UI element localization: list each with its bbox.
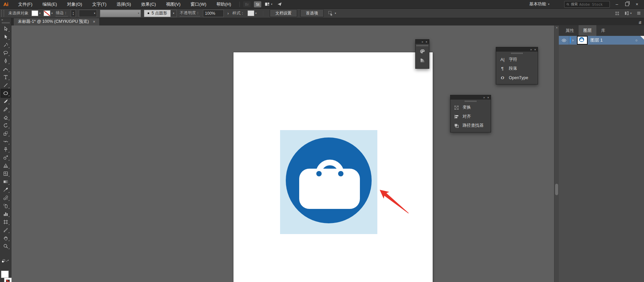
isolate-mode-button[interactable]: ▾ bbox=[328, 11, 336, 16]
stroke-weight-stepper[interactable]: ▴ ▾ bbox=[71, 10, 76, 17]
panel-grip[interactable] bbox=[465, 101, 476, 102]
style-swatch[interactable] bbox=[248, 10, 254, 16]
tab-layers[interactable]: 图层 bbox=[579, 25, 596, 36]
width-tool[interactable] bbox=[1, 137, 10, 146]
gradient-tool[interactable] bbox=[1, 178, 10, 186]
stock-search-input[interactable]: 搜索 Adobe Stock bbox=[564, 1, 610, 8]
dock-collapse-button[interactable]: » bbox=[559, 18, 644, 25]
column-graph-tool[interactable] bbox=[1, 210, 10, 218]
preferences-button[interactable]: 首选项 bbox=[300, 9, 324, 17]
gradient-panel-icon[interactable] bbox=[418, 56, 427, 64]
panel-close-icon[interactable]: × bbox=[426, 40, 427, 44]
tab-properties[interactable]: 属性 bbox=[561, 25, 579, 36]
visibility-eye-icon[interactable] bbox=[559, 38, 569, 43]
layer-row[interactable]: › 图层 1 ○ bbox=[559, 36, 644, 45]
paintbrush-tool[interactable] bbox=[1, 97, 10, 105]
selection-tool[interactable] bbox=[1, 25, 10, 33]
eyedropper-tool[interactable] bbox=[1, 186, 10, 194]
shaper-tool[interactable] bbox=[1, 105, 10, 113]
panel-grip[interactable] bbox=[511, 53, 523, 54]
opacity-input[interactable]: 100% bbox=[203, 10, 224, 17]
shopping-bag-logo[interactable] bbox=[280, 130, 377, 234]
fill-swatch[interactable] bbox=[32, 10, 38, 16]
panel-close-icon[interactable]: × bbox=[487, 96, 489, 99]
artboard-tool[interactable] bbox=[1, 218, 10, 226]
symbol-sprayer-tool[interactable] bbox=[1, 202, 10, 210]
style-select[interactable]: ▾ bbox=[248, 10, 257, 16]
bridge-button[interactable]: Br bbox=[243, 1, 251, 7]
menu-item[interactable]: 文字(T) bbox=[87, 0, 112, 8]
blend-tool[interactable] bbox=[1, 194, 10, 202]
brush-definition-select[interactable]: 5 点圆形 ▾ bbox=[144, 10, 177, 17]
menu-item[interactable]: 文件(F) bbox=[13, 0, 38, 8]
character-panel-item[interactable]: A| 字符 bbox=[496, 55, 538, 64]
default-swatches-icon[interactable] bbox=[1, 259, 6, 263]
magic-wand-tool[interactable] bbox=[1, 41, 10, 49]
rotate-tool[interactable] bbox=[1, 121, 10, 129]
menu-item[interactable]: 编辑(E) bbox=[38, 0, 62, 8]
canvas-scrollbar[interactable]: ▴ bbox=[554, 25, 559, 282]
mesh-tool[interactable] bbox=[1, 170, 10, 178]
arrange-documents-button[interactable]: ▾ bbox=[265, 2, 272, 7]
expand-chevron-icon[interactable]: › bbox=[572, 38, 577, 43]
tools-collapse-button[interactable]: » bbox=[0, 18, 11, 21]
tab-libraries[interactable]: 库 bbox=[596, 25, 610, 36]
opacity-more-button[interactable]: › bbox=[227, 11, 229, 16]
menu-item[interactable]: 对象(O) bbox=[62, 0, 87, 8]
ellipse-tool[interactable] bbox=[1, 89, 10, 97]
arrange-grid-icon[interactable] bbox=[615, 11, 620, 16]
canvas[interactable] bbox=[11, 25, 554, 282]
minimize-button[interactable]: – bbox=[612, 0, 622, 8]
hand-tool[interactable] bbox=[1, 234, 10, 242]
width-profile-select[interactable]: ▾ bbox=[100, 10, 141, 17]
panel-expand-icon[interactable]: » bbox=[483, 96, 485, 99]
panel-grip[interactable] bbox=[417, 45, 428, 46]
close-button[interactable]: × bbox=[632, 0, 642, 8]
opentype-panel-item[interactable]: O OpenType bbox=[496, 73, 538, 82]
curvature-tool[interactable] bbox=[1, 65, 10, 73]
transform-panel-item[interactable]: 变换 bbox=[450, 103, 491, 112]
scrollbar-thumb[interactable] bbox=[555, 184, 558, 195]
panel-menu-icon[interactable]: ≡ bbox=[639, 20, 641, 25]
shape-builder-tool[interactable] bbox=[1, 154, 10, 162]
share-icon[interactable] bbox=[277, 2, 282, 7]
eraser-tool[interactable] bbox=[1, 113, 10, 121]
stroke-swatch[interactable] bbox=[4, 278, 12, 282]
color-panel-icon[interactable] bbox=[418, 47, 427, 56]
workspace-switcher[interactable]: 基本功能 ▾ bbox=[529, 0, 549, 8]
restore-button[interactable] bbox=[622, 0, 632, 8]
paragraph-panel-item[interactable]: ¶ 段落 bbox=[496, 64, 538, 73]
document-setup-button[interactable]: 文档设置 bbox=[270, 9, 297, 17]
pathfinder-panel-item[interactable]: 路径查找器 bbox=[450, 121, 491, 130]
align-panel-item[interactable]: 对齐 bbox=[450, 112, 491, 121]
scroll-up-icon[interactable]: ▴ bbox=[554, 26, 559, 29]
close-tab-icon[interactable]: × bbox=[93, 19, 95, 24]
type-tool[interactable] bbox=[1, 73, 10, 81]
dock-options-button[interactable]: ▾ bbox=[624, 11, 632, 16]
menu-item[interactable]: 窗口(W) bbox=[185, 0, 211, 8]
menu-item[interactable]: 视图(V) bbox=[161, 0, 185, 8]
slice-tool[interactable] bbox=[1, 226, 10, 234]
perspective-grid-tool[interactable] bbox=[1, 162, 10, 170]
line-segment-tool[interactable] bbox=[1, 81, 10, 89]
panel-expand-icon[interactable]: » bbox=[422, 40, 423, 44]
menu-item[interactable]: 效果(C) bbox=[136, 0, 161, 8]
layer-name[interactable]: 图层 1 bbox=[590, 37, 635, 43]
layer-thumbnail[interactable] bbox=[577, 36, 588, 45]
document-tab[interactable]: 未标题-1* @ 100% (CMYK/GPU 预览) × bbox=[14, 18, 99, 25]
stock-button[interactable]: St bbox=[254, 1, 261, 7]
panel-expand-icon[interactable]: » bbox=[530, 48, 532, 51]
stroke-color-control[interactable]: ▾ bbox=[44, 10, 53, 16]
menu-item[interactable]: 选择(S) bbox=[111, 0, 136, 8]
zoom-tool[interactable] bbox=[1, 242, 10, 250]
panel-close-icon[interactable]: × bbox=[534, 48, 536, 51]
swap-fill-stroke-icon[interactable] bbox=[6, 259, 10, 263]
direct-selection-tool[interactable] bbox=[1, 33, 10, 41]
scale-tool[interactable] bbox=[1, 129, 10, 137]
stroke-swatch[interactable] bbox=[44, 10, 50, 16]
step-down-icon[interactable]: ▾ bbox=[73, 13, 74, 15]
artwork-background-square[interactable] bbox=[280, 130, 377, 234]
lasso-tool[interactable] bbox=[1, 49, 10, 57]
pen-tool[interactable] bbox=[1, 57, 10, 65]
opacity-label[interactable]: 不透明度： bbox=[180, 10, 200, 16]
